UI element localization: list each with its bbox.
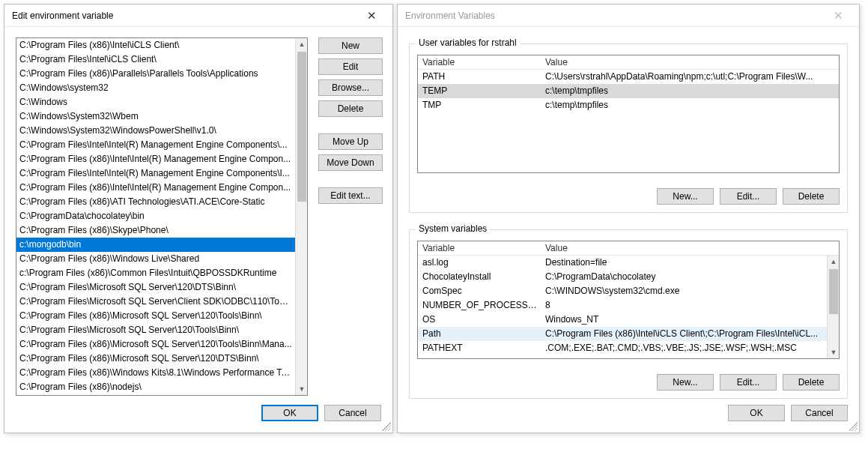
window-title: Environment Variables (405, 10, 823, 21)
close-icon[interactable]: ✕ (356, 5, 386, 26)
table-row[interactable]: NUMBER_OF_PROCESSORS8 (418, 298, 839, 313)
cell-value: c:\temp\tmpfiles (541, 84, 839, 98)
path-list-item[interactable]: C:\Program Files (x86)\Parallels\Paralle… (16, 67, 295, 81)
user-new-button[interactable]: New... (657, 188, 714, 205)
path-list-item[interactable]: C:\Program Files (x86)\ATI Technologies\… (16, 195, 295, 209)
path-list-item[interactable]: C:\Windows\System32\WindowsPowerShell\v1… (16, 124, 295, 138)
resize-grip-icon[interactable] (849, 422, 858, 431)
ok-button[interactable]: OK (261, 405, 318, 421)
path-list-item[interactable]: C:\Windows (16, 95, 295, 109)
table-row[interactable]: ChocolateyInstallC:\ProgramData\chocolat… (418, 270, 839, 284)
move-down-button[interactable]: Move Down (318, 154, 383, 171)
col-value[interactable]: Value (541, 241, 839, 255)
path-list-item[interactable]: C:\Program Files (x86)\Microsoft SQL Ser… (16, 337, 295, 352)
path-list-item[interactable]: C:\Program Files\Intel\Intel(R) Manageme… (16, 138, 295, 152)
path-list-item[interactable]: C:\Program Files\Intel\Intel(R) Manageme… (16, 166, 295, 181)
path-list-item[interactable]: C:\Program Files (x86)\Intel\Intel(R) Ma… (16, 152, 295, 166)
cell-value: C:\Program Files (x86)\Intel\iCLS Client… (541, 327, 839, 341)
path-list-item[interactable]: C:\ProgramData\chocolatey\bin (16, 209, 295, 223)
path-list-item[interactable]: C:\Windows\system32 (16, 81, 295, 95)
table-row[interactable]: PATHEXT.COM;.EXE;.BAT;.CMD;.VBS;.VBE;.JS… (418, 341, 839, 355)
scrollbar[interactable]: ▲ ▼ (295, 38, 307, 395)
sys-edit-button[interactable]: Edit... (720, 374, 777, 391)
sys-new-button[interactable]: New... (657, 374, 714, 391)
cancel-button[interactable]: Cancel (324, 405, 381, 421)
ok-button[interactable]: OK (728, 405, 785, 421)
cell-variable: ChocolateyInstall (418, 270, 541, 284)
system-variables-label: System variables (416, 223, 490, 234)
path-list-item[interactable]: C:\Program Files (x86)\nodejs\ (16, 380, 295, 394)
user-variables-label: User variables for rstrahl (416, 37, 520, 48)
browse-button[interactable]: Browse... (318, 79, 383, 96)
path-list-item[interactable]: C:\Program Files\Microsoft SQL Server\Cl… (16, 295, 295, 309)
user-variables-group: User variables for rstrahl Variable Valu… (409, 43, 848, 213)
window-title: Edit environment variable (12, 10, 356, 21)
scroll-up-icon[interactable]: ▲ (296, 38, 308, 50)
path-list-item[interactable]: C:\Program Files (x86)\Intel\iCLS Client… (16, 38, 295, 52)
cell-variable: ComSpec (418, 284, 541, 298)
table-row[interactable]: OSWindows_NT (418, 313, 839, 327)
table-row[interactable]: TEMPc:\temp\tmpfiles (418, 84, 839, 98)
path-list-item[interactable]: C:\Program Files (x86)\Windows Live\Shar… (16, 252, 295, 266)
path-list-item[interactable]: C:\Program Files\Microsoft SQL Server\12… (16, 323, 295, 337)
new-button[interactable]: New (318, 37, 383, 54)
scroll-down-icon[interactable]: ▼ (296, 383, 308, 395)
delete-button[interactable]: Delete (318, 100, 383, 117)
cell-value: .COM;.EXE;.BAT;.CMD;.VBS;.VBE;.JS;.JSE;.… (541, 341, 839, 355)
path-list-item[interactable]: C:\Program Files\Microsoft SQL Server\12… (16, 280, 295, 295)
path-list-item[interactable]: C:\Program Files (x86)\Windows Kits\8.1\… (16, 366, 295, 380)
cell-variable: Path (418, 327, 541, 341)
cell-value: c:\temp\tmpfiles (541, 98, 839, 112)
table-row[interactable]: PathC:\Program Files (x86)\Intel\iCLS Cl… (418, 327, 839, 341)
scroll-thumb[interactable] (297, 52, 306, 202)
sys-delete-button[interactable]: Delete (783, 374, 840, 391)
cell-variable: PATHEXT (418, 341, 541, 355)
system-variables-table[interactable]: Variable Value asl.logDestination=fileCh… (417, 241, 840, 359)
titlebar[interactable]: Environment Variables ✕ (398, 4, 859, 27)
table-row[interactable]: TMPc:\temp\tmpfiles (418, 98, 839, 112)
scroll-up-icon[interactable]: ▲ (828, 256, 840, 268)
titlebar[interactable]: Edit environment variable ✕ (4, 4, 392, 27)
path-list-item[interactable]: C:\Windows\System32\Wbem (16, 109, 295, 124)
col-variable[interactable]: Variable (418, 241, 541, 255)
cell-variable: TEMP (418, 84, 541, 98)
scroll-thumb[interactable] (829, 269, 838, 314)
close-icon[interactable]: ✕ (823, 5, 853, 26)
col-variable[interactable]: Variable (418, 55, 541, 69)
path-list[interactable]: C:\Program Files (x86)\Intel\iCLS Client… (16, 37, 308, 396)
cancel-button[interactable]: Cancel (791, 405, 848, 421)
edit-environment-variable-window: Edit environment variable ✕ C:\Program F… (4, 4, 393, 433)
edit-button[interactable]: Edit (318, 58, 383, 75)
cell-variable: PATH (418, 70, 541, 84)
cell-value: C:\WINDOWS\system32\cmd.exe (541, 284, 839, 298)
scroll-down-icon[interactable]: ▼ (828, 346, 840, 358)
path-list-item[interactable]: c:\mongodb\bin (16, 238, 295, 252)
cell-value: Windows_NT (541, 313, 839, 327)
cell-variable: OS (418, 313, 541, 327)
path-list-item[interactable]: C:\Program Files (x86)\Microsoft SQL Ser… (16, 309, 295, 323)
cell-value: 8 (541, 298, 839, 313)
environment-variables-window: Environment Variables ✕ User variables f… (397, 4, 860, 433)
edit-text-button[interactable]: Edit text... (318, 187, 383, 204)
user-delete-button[interactable]: Delete (783, 188, 840, 205)
scrollbar[interactable]: ▲ ▼ (827, 256, 839, 358)
table-row[interactable]: ComSpecC:\WINDOWS\system32\cmd.exe (418, 284, 839, 298)
user-variables-table[interactable]: Variable Value PATHC:\Users\rstrahl\AppD… (417, 55, 840, 173)
table-header: Variable Value (418, 55, 839, 70)
system-variables-group: System variables Variable Value asl.logD… (409, 229, 848, 399)
cell-variable: asl.log (418, 256, 541, 270)
table-row[interactable]: PATHC:\Users\rstrahl\AppData\Roaming\npm… (418, 70, 839, 84)
cell-variable: NUMBER_OF_PROCESSORS (418, 298, 541, 313)
move-up-button[interactable]: Move Up (318, 133, 383, 150)
cell-value: C:\Users\rstrahl\AppData\Roaming\npm;c:\… (541, 70, 839, 84)
col-value[interactable]: Value (541, 55, 839, 69)
resize-grip-icon[interactable] (382, 422, 391, 431)
cell-variable: TMP (418, 98, 541, 112)
path-list-item[interactable]: C:\Program Files\Intel\iCLS Client\ (16, 52, 295, 67)
path-list-item[interactable]: C:\Program Files (x86)\Skype\Phone\ (16, 223, 295, 238)
table-row[interactable]: asl.logDestination=file (418, 256, 839, 270)
user-edit-button[interactable]: Edit... (720, 188, 777, 205)
path-list-item[interactable]: C:\Program Files (x86)\Microsoft SQL Ser… (16, 352, 295, 366)
path-list-item[interactable]: C:\Program Files (x86)\Intel\Intel(R) Ma… (16, 181, 295, 195)
path-list-item[interactable]: c:\Program Files (x86)\Common Files\Intu… (16, 266, 295, 280)
